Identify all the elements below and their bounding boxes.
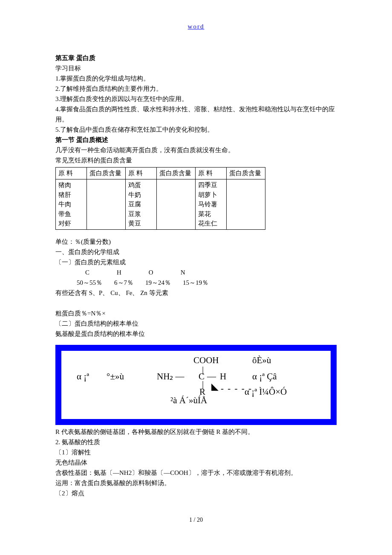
unit-note: 单位：％(质量分数) <box>55 237 337 247</box>
chem-h1: 一、蛋白质的化学组成 <box>55 247 337 257</box>
objective-5: 5.了解食品中蛋白质在储存和烹饪加工中的变化和控制。 <box>55 124 337 135</box>
section1-title: 第一节 蛋白质概述 <box>55 135 337 145</box>
diag-cooh: COOH <box>193 353 219 368</box>
percent-row: 50～55％ 6～7％ 19～24％ 15～19％ <box>55 278 337 288</box>
table-col3-items: 四季豆 胡萝卜 马铃薯 菜花 花生仁 <box>196 179 227 229</box>
diag-alpha-r2: α ¡ª Ì¼Ô­×Ó <box>245 385 287 399</box>
element-o: O <box>149 267 153 278</box>
percent-h: 6～7％ <box>114 278 133 288</box>
objective-4: 4.掌握食品蛋白质的两性性质、吸水性和持水性、溶胀、粘结性、发泡性和稳泡性以与在… <box>55 104 337 124</box>
section1-intro2: 常见烹饪原料的蛋白质含量 <box>55 155 337 165</box>
chem-h3-sub: 氨基酸是蛋白质结构的根本单位 <box>55 329 337 339</box>
page-number: 1 / 20 <box>189 517 203 523</box>
diag-alpha-left1: α ¡ª <box>77 370 89 384</box>
table-hdr-content-3: 蛋白质含量 <box>227 168 265 179</box>
solubility-heading: 〔1〕溶解性 <box>55 447 337 457</box>
protein-content-table: 原 料 蛋白质含量 原 料 蛋白质含量 原 料 蛋白质含量 猪肉 猪肝 牛肉 带… <box>55 167 265 230</box>
chem-h2: 〔一〕蛋白质的元素组成 <box>55 257 337 267</box>
diag-alpha-r1: α ¡ª Çâ <box>252 370 277 384</box>
element-c: C <box>85 267 89 278</box>
objectives-label: 学习目标 <box>55 63 337 73</box>
table-hdr-content-2: 蛋白质含量 <box>157 168 196 179</box>
element-n: N <box>181 267 185 278</box>
amino-acid-diagram: COOH ôÈ»ù | α ¡ª °±»ù NH₂ — C — H α ¡ª Ç… <box>55 345 337 425</box>
table-col2-values <box>157 179 196 229</box>
table-col1-items: 猪肉 猪肝 牛肉 带鱼 对虾 <box>56 179 87 229</box>
objective-2: 2.了解维持蛋白质结构的主要作用力。 <box>55 84 337 94</box>
page-footer: 1 / 20 <box>55 515 337 525</box>
r-note: R 代表氨基酸的侧链基团，各种氨基酸的区别就在于侧链 R 基的不同。 <box>55 427 337 437</box>
diag-alpha-left2: °±»ù <box>107 370 124 384</box>
table-hdr-content-1: 蛋白质含量 <box>87 168 126 179</box>
table-hdr-material-2: 原 料 <box>126 168 157 179</box>
table-col3-values <box>227 179 265 229</box>
crystal-note: 无色结晶体 <box>55 457 337 468</box>
diag-nh2: NH₂ — <box>157 370 184 384</box>
chem-h3: 〔二〕蛋白质结构的根本单位 <box>55 318 337 329</box>
diag-bottom: ²à Á´»ùÍÅ <box>170 393 207 408</box>
melting-point-heading: 〔2〕熔点 <box>55 488 337 498</box>
objective-1: 1.掌握蛋白质的化学组成与结构。 <box>55 73 337 84</box>
diag-arrow-head-icon: ◣ <box>211 379 219 394</box>
header-word-link[interactable]: word <box>188 23 205 30</box>
chapter-title: 第五章 蛋白质 <box>55 53 337 63</box>
objective-3: 3.理解蛋白质变性的原因以与在烹饪中的应用。 <box>55 94 337 104</box>
crude-protein: 粗蛋白质％=N％× <box>55 308 337 318</box>
header-link-wrap: word <box>55 21 337 32</box>
element-h: H <box>117 267 121 278</box>
table-hdr-material-1: 原 料 <box>56 168 87 179</box>
diag-top-right: ôÈ»ù <box>252 353 271 368</box>
aa-prop-heading: 2. 氨基酸的性质 <box>55 437 337 447</box>
table-col1-values <box>87 179 126 229</box>
percent-n: 15～19％ <box>183 278 208 288</box>
percent-c: 50～55％ <box>77 278 102 288</box>
application-note: 运用：富含蛋白质氨基酸的原料制鲜汤。 <box>55 478 337 488</box>
percent-o: 19～24％ <box>145 278 171 288</box>
section1-intro1: 几乎没有一种生命活动能离开蛋白质，没有蛋白质就没有生命。 <box>55 145 337 155</box>
chem-note: 有些还含有 S、P、 Cu、 Fe、 Zn 等元素 <box>55 288 337 298</box>
polar-group-note: 含极性基团：氨基〔—NH2〕和羧基〔—COOH〕，溶于水，不溶或微溶于有机溶剂。 <box>55 468 337 478</box>
table-col2-items: 鸡蛋 牛奶 豆腐 豆浆 黄豆 <box>126 179 157 229</box>
table-hdr-material-3: 原 料 <box>196 168 227 179</box>
element-row: C H O N <box>55 267 337 278</box>
